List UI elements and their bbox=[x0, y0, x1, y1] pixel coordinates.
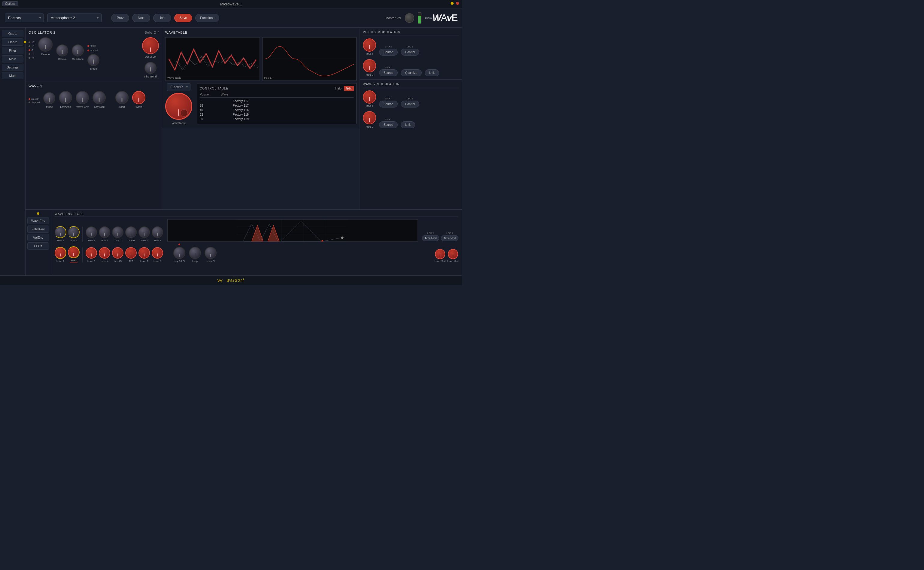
sidebar-item-filter[interactable]: Filter bbox=[2, 47, 23, 54]
level5-group: Level 5 bbox=[112, 247, 123, 262]
control-table-help[interactable]: Help bbox=[335, 87, 342, 90]
wavetable-main-knob[interactable] bbox=[165, 93, 192, 120]
level5-knob[interactable] bbox=[112, 247, 123, 259]
wave2-control1-btn[interactable]: Control bbox=[401, 101, 419, 107]
pitch2-mod1-knob[interactable] bbox=[363, 38, 376, 52]
detune-knob[interactable] bbox=[38, 37, 52, 52]
levelmod2-knob[interactable] bbox=[448, 249, 458, 259]
control-table-title: CONTROL TABLE bbox=[200, 87, 228, 90]
wavetable-dropdown[interactable]: Electr.P bbox=[167, 83, 190, 91]
keyoffpt-group: Key Off Pt bbox=[173, 244, 185, 262]
wave2-mod1-knob[interactable] bbox=[363, 90, 376, 104]
levelmod2-group: Level Mod bbox=[447, 249, 458, 262]
prev-button[interactable]: Prev bbox=[111, 14, 129, 22]
pitchbend-knob[interactable] bbox=[144, 62, 156, 74]
sidebar-lfos[interactable]: LFOs bbox=[28, 242, 49, 250]
minimize-button[interactable]: − bbox=[451, 2, 454, 5]
preset-select-wrapper[interactable]: Atmosphere 2 bbox=[48, 14, 101, 22]
pitch2-quantize-btn[interactable]: Quantize bbox=[401, 69, 422, 76]
wave2-modulation-panel: WAVE 2 MODULATION Mod 1 LFO 1 Source LFO… bbox=[360, 80, 462, 209]
svg-point-16 bbox=[321, 240, 323, 241]
save-button[interactable]: Save bbox=[174, 14, 192, 22]
init-button[interactable]: Init bbox=[153, 14, 171, 22]
options-button[interactable]: Options bbox=[2, 1, 18, 6]
next-button[interactable]: Next bbox=[132, 14, 150, 22]
time2-knob[interactable] bbox=[68, 227, 79, 238]
start-knob[interactable] bbox=[115, 91, 129, 104]
pitch2-source1-btn[interactable]: Source bbox=[379, 49, 398, 55]
sidebar-volenv[interactable]: VolEnv bbox=[28, 234, 49, 241]
sidebar-item-osc1[interactable]: Osc 1 bbox=[2, 30, 23, 37]
envvelo-knob[interactable] bbox=[59, 91, 72, 104]
time4-knob[interactable] bbox=[99, 227, 110, 238]
time1-knob[interactable] bbox=[55, 227, 66, 238]
time5-knob[interactable] bbox=[112, 227, 123, 238]
levelmod1-knob[interactable] bbox=[435, 249, 445, 259]
sidebar-item-settings[interactable]: Settings bbox=[2, 64, 23, 71]
levelmod1-group: Level Mod bbox=[434, 249, 446, 262]
functions-button[interactable]: Functions bbox=[195, 14, 219, 22]
wave2-wave-knob[interactable] bbox=[132, 91, 146, 104]
keyoffpt-knob[interactable] bbox=[173, 247, 185, 259]
level1-knob[interactable] bbox=[55, 247, 66, 259]
bank-select[interactable]: Factory bbox=[5, 14, 44, 22]
level3-knob[interactable] bbox=[86, 247, 97, 259]
edit-button[interactable]: Edit bbox=[344, 86, 354, 91]
waveenv-knob[interactable] bbox=[76, 91, 89, 104]
wavetable-wave-display: Pos 17 bbox=[262, 37, 357, 81]
logo-micro: micro bbox=[425, 17, 432, 20]
control-table: CONTROL TABLE Help Edit Position Wave 0 bbox=[197, 83, 357, 124]
pitch2-mod-title: PITCH 2 MODULATION bbox=[363, 31, 459, 35]
timemod1-btn[interactable]: Time Mod bbox=[422, 235, 440, 241]
time8-group: Time 8 bbox=[152, 227, 163, 242]
wave2-source2-btn[interactable]: Source bbox=[379, 121, 398, 128]
sidebar-item-main[interactable]: Main bbox=[2, 55, 23, 63]
timemod1-group: LFO 1 Time Mod bbox=[422, 232, 440, 242]
semitone-knob[interactable] bbox=[72, 44, 84, 57]
time8-knob[interactable] bbox=[152, 227, 163, 238]
osc2vol-knob[interactable] bbox=[142, 37, 159, 54]
time6-knob[interactable] bbox=[125, 227, 137, 238]
looppt-knob[interactable] bbox=[205, 247, 217, 259]
pitch2-control1-btn[interactable]: Control bbox=[401, 49, 419, 55]
wave2-source1-btn[interactable]: Source bbox=[379, 101, 398, 107]
keytrack-knob-group: Keytrack bbox=[92, 91, 106, 109]
keytrack-knob[interactable] bbox=[92, 91, 106, 104]
timemod2-btn[interactable]: Time Mod bbox=[441, 235, 458, 241]
pitch2-link-btn[interactable]: Link bbox=[425, 69, 439, 76]
time7-knob[interactable] bbox=[138, 227, 150, 238]
sidebar-item-multi[interactable]: Multi bbox=[2, 72, 23, 79]
wave-table-label: Wave Table bbox=[167, 76, 181, 79]
mode2-knob[interactable] bbox=[43, 92, 55, 104]
mode-knob[interactable] bbox=[87, 54, 100, 66]
sidebar-item-osc2[interactable]: Osc 2 bbox=[2, 38, 23, 46]
octave-knob-group: Octave bbox=[56, 44, 68, 61]
pitch2-source2-btn[interactable]: Source bbox=[379, 69, 398, 76]
detune-knob-group: Detune bbox=[38, 37, 52, 56]
level2-knob[interactable] bbox=[68, 247, 79, 258]
level6-group: 127 bbox=[125, 247, 137, 262]
octave-knob[interactable] bbox=[56, 44, 68, 57]
level8-knob[interactable] bbox=[152, 247, 163, 259]
close-button[interactable]: × bbox=[456, 2, 459, 5]
level6-knob[interactable] bbox=[125, 247, 137, 259]
master-vol-bar[interactable] bbox=[418, 12, 421, 24]
wave2-link-btn[interactable]: Link bbox=[401, 121, 415, 128]
bank-select-wrapper[interactable]: Factory bbox=[5, 14, 44, 22]
level7-knob[interactable] bbox=[138, 247, 150, 259]
waveenv-indicator bbox=[37, 212, 39, 215]
preset-select[interactable]: Atmosphere 2 bbox=[48, 14, 101, 22]
level4-knob[interactable] bbox=[99, 247, 110, 259]
sidebar-filterenv[interactable]: FilterEnv bbox=[28, 225, 49, 233]
time3-knob[interactable] bbox=[86, 227, 97, 238]
loop-knob[interactable] bbox=[189, 247, 201, 259]
pitch-values: +2 +1 0 -1 -2 bbox=[29, 37, 35, 60]
wave2-mod2-knob[interactable] bbox=[363, 111, 376, 124]
time4-group: Time 4 bbox=[99, 227, 110, 242]
sidebar-waveenv[interactable]: WaveEnv bbox=[28, 217, 49, 224]
master-vol-knob[interactable] bbox=[405, 13, 414, 23]
envvelo-knob-group: Env*Velo bbox=[59, 91, 72, 109]
pitch2-mod2-knob[interactable] bbox=[363, 59, 376, 72]
svg-marker-13 bbox=[268, 225, 279, 241]
time7-group: Time 7 bbox=[138, 227, 150, 242]
